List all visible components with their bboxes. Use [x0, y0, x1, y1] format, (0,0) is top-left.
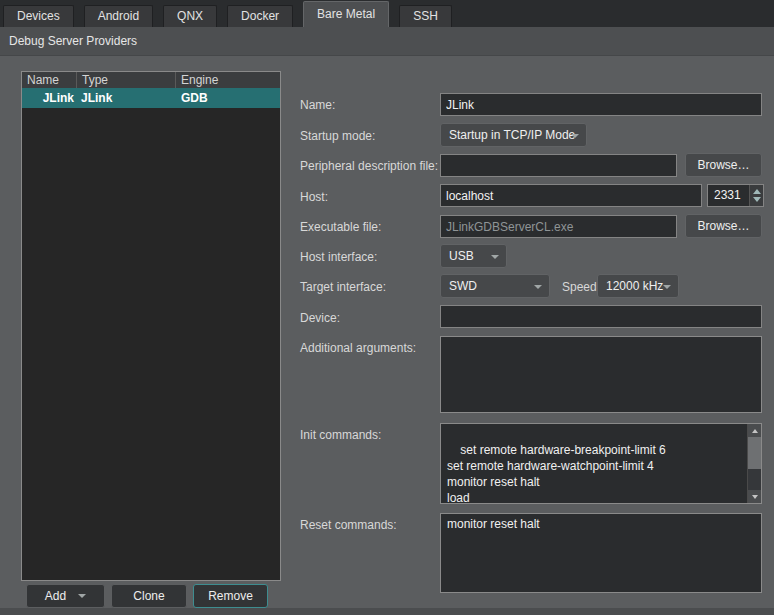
chevron-down-icon	[534, 285, 542, 289]
host-interface-label: Host interface:	[300, 250, 377, 264]
provider-engine-cell: GDB	[176, 88, 280, 108]
speed-select[interactable]: 12000 kHz	[597, 274, 679, 298]
chevron-down-icon	[663, 285, 671, 289]
tab-devices[interactable]: Devices	[3, 5, 74, 27]
tab-android[interactable]: Android	[84, 5, 153, 27]
chevron-down-icon	[78, 594, 86, 598]
name-field[interactable]	[440, 93, 762, 116]
target-interface-label: Target interface:	[300, 280, 386, 294]
options-dialog: Devices Android QNX Docker Bare Metal SS…	[0, 0, 774, 615]
init-commands-label: Init commands:	[300, 428, 381, 442]
tab-ssh[interactable]: SSH	[399, 5, 452, 27]
tab-bar: Devices Android QNX Docker Bare Metal SS…	[0, 0, 774, 27]
clone-button-label: Clone	[133, 589, 164, 603]
providers-table[interactable]: Name Type Engine JLink JLink GDB	[21, 71, 281, 581]
speed-label: Speed	[562, 280, 597, 294]
peripheral-file-field[interactable]	[440, 154, 677, 177]
scroll-up-icon[interactable]	[748, 424, 761, 437]
init-commands-text: set remote hardware-breakpoint-limit 6 s…	[447, 443, 666, 504]
browse-label: Browse…	[697, 158, 749, 172]
reset-commands-label: Reset commands:	[300, 518, 397, 532]
host-label: Host:	[300, 190, 328, 204]
remove-button-label: Remove	[208, 589, 253, 603]
additional-arguments-label: Additional arguments:	[300, 341, 416, 355]
column-header-engine[interactable]: Engine	[176, 72, 280, 88]
clone-button[interactable]: Clone	[111, 584, 187, 608]
host-field[interactable]	[440, 184, 702, 207]
tab-qnx[interactable]: QNX	[163, 5, 217, 27]
table-row[interactable]: JLink JLink GDB	[22, 88, 280, 108]
additional-arguments-textarea[interactable]	[440, 336, 762, 413]
browse-label: Browse…	[697, 219, 749, 233]
executable-file-label: Executable file:	[300, 220, 381, 234]
column-header-name[interactable]: Name	[22, 72, 77, 88]
add-button-label: Add	[45, 589, 66, 603]
chevron-down-icon	[491, 255, 499, 259]
port-value: 2331	[714, 188, 741, 202]
chevron-down-icon	[571, 134, 579, 138]
browse-peripheral-button[interactable]: Browse…	[685, 153, 762, 177]
stepper-arrows[interactable]	[749, 185, 763, 206]
target-interface-value: SWD	[449, 279, 477, 293]
executable-file-field[interactable]	[440, 215, 677, 238]
tab-docker[interactable]: Docker	[227, 5, 293, 27]
reset-commands-textarea[interactable]: monitor reset halt	[440, 513, 762, 593]
provider-name-cell: JLink	[22, 88, 77, 108]
provider-type-cell: JLink	[77, 88, 176, 108]
port-stepper[interactable]: 2331	[707, 184, 764, 207]
bottom-band	[0, 608, 774, 615]
spin-down-icon[interactable]	[753, 197, 761, 202]
browse-executable-button[interactable]: Browse…	[685, 214, 762, 238]
section-title: Debug Server Providers	[0, 27, 774, 56]
column-header-type[interactable]: Type	[77, 72, 176, 88]
device-label: Device:	[300, 311, 340, 325]
speed-value: 12000 kHz	[606, 279, 663, 293]
providers-table-header: Name Type Engine	[22, 72, 280, 88]
scroll-down-icon[interactable]	[748, 490, 761, 503]
startup-mode-label: Startup mode:	[300, 129, 375, 143]
device-field[interactable]	[440, 305, 762, 328]
host-interface-select[interactable]: USB	[440, 244, 507, 268]
startup-mode-select[interactable]: Startup in TCP/IP Mode	[440, 123, 587, 147]
init-commands-scrollbar[interactable]	[747, 424, 761, 503]
peripheral-file-label: Peripheral description file:	[300, 159, 438, 173]
remove-button[interactable]: Remove	[193, 584, 268, 608]
tab-bare-metal[interactable]: Bare Metal	[303, 1, 389, 27]
spin-up-icon[interactable]	[753, 189, 761, 194]
name-label: Name:	[300, 98, 335, 112]
host-interface-value: USB	[449, 249, 474, 263]
init-commands-textarea[interactable]: set remote hardware-breakpoint-limit 6 s…	[440, 423, 762, 504]
scrollbar-thumb[interactable]	[748, 437, 761, 469]
target-interface-select[interactable]: SWD	[440, 274, 550, 298]
add-button[interactable]: Add	[26, 584, 105, 608]
startup-mode-value: Startup in TCP/IP Mode	[449, 128, 575, 142]
